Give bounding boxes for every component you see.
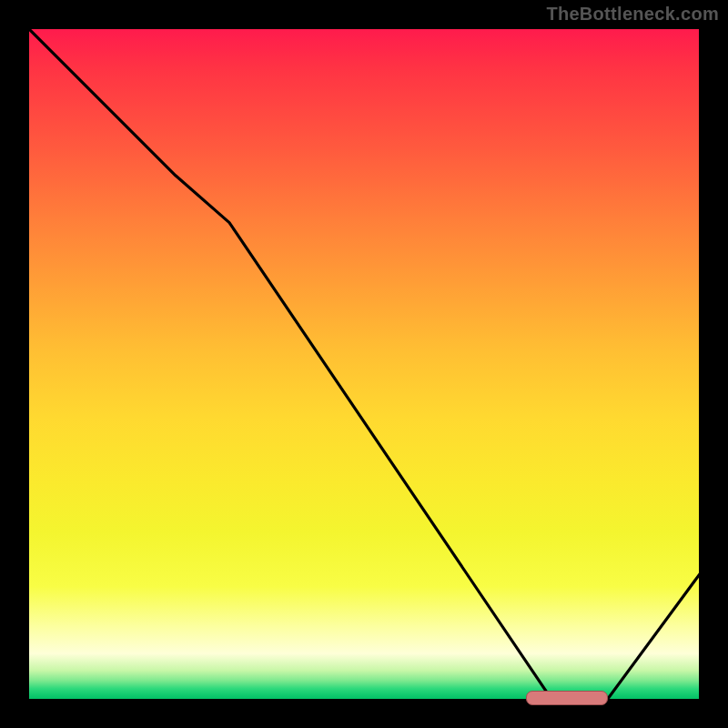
optimal-range-marker bbox=[526, 691, 609, 705]
watermark-text: TheBottleneck.com bbox=[546, 4, 719, 25]
chart-plot-area bbox=[27, 27, 701, 701]
chart-frame: TheBottleneck.com bbox=[0, 0, 728, 728]
